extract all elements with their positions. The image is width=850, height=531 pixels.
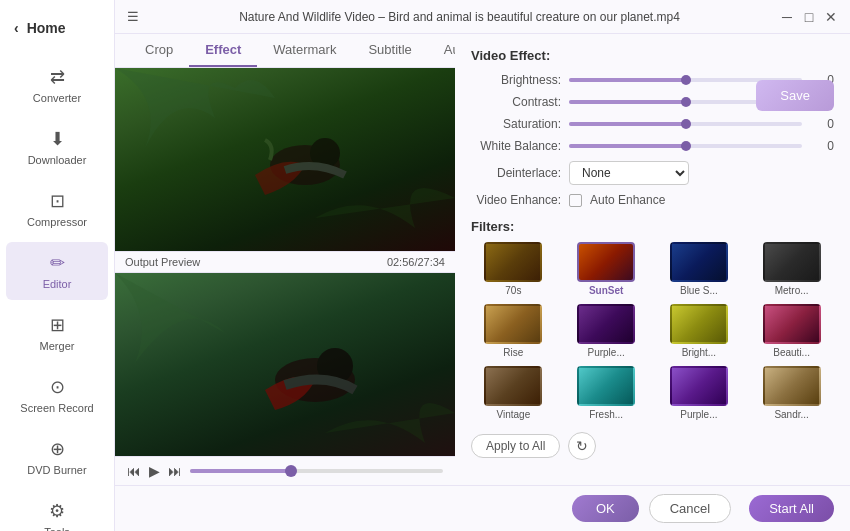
hamburger-icon[interactable]: ☰ [127, 9, 139, 24]
contrast-fill [569, 100, 686, 104]
filter-70s[interactable]: 70s [471, 242, 556, 296]
apply-to-all-button[interactable]: Apply to All [471, 434, 560, 458]
filter-rise-label: Rise [503, 347, 523, 358]
close-button[interactable]: ✕ [824, 10, 838, 24]
minimize-button[interactable]: ─ [780, 10, 794, 24]
play-button[interactable]: ▶ [149, 463, 160, 479]
tab-crop[interactable]: Crop [129, 34, 189, 67]
filter-fresh-thumb [577, 366, 635, 406]
contrast-thumb[interactable] [681, 97, 691, 107]
sidebar-item-label: Merger [40, 340, 75, 352]
deinterlace-label: Deinterlace: [471, 166, 561, 180]
bird-video-top-visual [115, 68, 455, 251]
start-all-button[interactable]: Start All [749, 495, 834, 522]
hamburger-area: ☰ [127, 9, 139, 24]
filter-sandr-thumb [763, 366, 821, 406]
cancel-button[interactable]: Cancel [649, 494, 731, 523]
tab-watermark[interactable]: Watermark [257, 34, 352, 67]
refresh-button[interactable]: ↻ [568, 432, 596, 460]
maximize-button[interactable]: □ [802, 10, 816, 24]
brightness-thumb[interactable] [681, 75, 691, 85]
filter-70s-thumb [484, 242, 542, 282]
filter-bright-thumb [670, 304, 728, 344]
bird-video-bottom-visual [115, 273, 455, 456]
sidebar-item-downloader[interactable]: ⬇ Downloader [6, 118, 108, 176]
filter-purple-label: Purple... [588, 347, 625, 358]
filter-sunset-label: SunSet [589, 285, 623, 296]
sidebar-home[interactable]: ‹ Home [0, 10, 114, 46]
save-button[interactable]: Save [756, 80, 834, 111]
progress-fill [190, 469, 291, 473]
filter-sandr[interactable]: Sandr... [749, 366, 834, 420]
timecode: 02:56/27:34 [387, 256, 445, 268]
auto-enhance-text: Auto Enhance [590, 193, 665, 207]
merger-icon: ⊞ [50, 314, 65, 336]
filter-beauti[interactable]: Beauti... [749, 304, 834, 358]
auto-enhance-checkbox[interactable] [569, 194, 582, 207]
filter-purple2[interactable]: Purple... [657, 366, 742, 420]
video-top [115, 68, 455, 251]
deinterlace-select[interactable]: None Low Medium High [569, 161, 689, 185]
filter-beauti-label: Beauti... [773, 347, 810, 358]
filter-blues-thumb [670, 242, 728, 282]
sidebar-item-tools[interactable]: ⚙ Tools [6, 490, 108, 531]
window-title: Nature And Wildlife Video – Bird and ani… [139, 10, 780, 24]
progress-track[interactable] [190, 469, 443, 473]
filter-70s-label: 70s [505, 285, 521, 296]
white-balance-thumb[interactable] [681, 141, 691, 151]
video-enhance-label: Video Enhance: [471, 193, 561, 207]
saturation-fill [569, 122, 686, 126]
filter-vintage-thumb [484, 366, 542, 406]
skip-back-button[interactable]: ⏮ [127, 463, 141, 479]
filter-fresh[interactable]: Fresh... [564, 366, 649, 420]
sidebar-item-merger[interactable]: ⊞ Merger [6, 304, 108, 362]
filter-bright[interactable]: Bright... [657, 304, 742, 358]
saturation-thumb[interactable] [681, 119, 691, 129]
filter-purple-thumb [577, 304, 635, 344]
sidebar-item-label: Editor [43, 278, 72, 290]
filter-vintage[interactable]: Vintage [471, 366, 556, 420]
filter-metro[interactable]: Metro... [749, 242, 834, 296]
filter-rise-thumb [484, 304, 542, 344]
filter-beauti-thumb [763, 304, 821, 344]
sidebar-item-screen-record[interactable]: ⊙ Screen Record [6, 366, 108, 424]
tab-subtitle[interactable]: Subtitle [352, 34, 427, 67]
sidebar-item-compressor[interactable]: ⊡ Compressor [6, 180, 108, 238]
white-balance-value: 0 [810, 139, 834, 153]
skip-forward-button[interactable]: ⏭ [168, 463, 182, 479]
ok-button[interactable]: OK [572, 495, 639, 522]
apply-row: Apply to All ↻ [471, 432, 834, 460]
filter-sunset-thumb [577, 242, 635, 282]
filter-purple2-thumb [670, 366, 728, 406]
sidebar-item-dvd-burner[interactable]: ⊕ DVD Burner [6, 428, 108, 486]
filter-rise[interactable]: Rise [471, 304, 556, 358]
converter-icon: ⇄ [50, 66, 65, 88]
video-enhance-row: Video Enhance: Auto Enhance [471, 193, 834, 207]
progress-thumb[interactable] [285, 465, 297, 477]
white-balance-slider[interactable] [569, 144, 802, 148]
home-label: Home [27, 20, 66, 36]
saturation-slider[interactable] [569, 122, 802, 126]
sidebar-item-editor[interactable]: ✏ Editor [6, 242, 108, 300]
sidebar-item-label: Compressor [27, 216, 87, 228]
brightness-fill [569, 78, 686, 82]
filter-purple[interactable]: Purple... [564, 304, 649, 358]
contrast-label: Contrast: [471, 95, 561, 109]
deinterlace-row: Deinterlace: None Low Medium High [471, 161, 834, 185]
filter-vintage-label: Vintage [497, 409, 531, 420]
white-balance-fill [569, 144, 686, 148]
screen-record-icon: ⊙ [50, 376, 65, 398]
tools-icon: ⚙ [49, 500, 65, 522]
sidebar-item-label: Downloader [28, 154, 87, 166]
sidebar-item-label: Screen Record [20, 402, 93, 414]
tab-bar: Crop Effect Watermark Subtitle Audio Spe… [115, 34, 455, 68]
sidebar-item-converter[interactable]: ⇄ Converter [6, 56, 108, 114]
video-effect-label: Video Effect: [471, 48, 834, 63]
tab-effect[interactable]: Effect [189, 34, 257, 67]
video-panels: Crop Effect Watermark Subtitle Audio Spe… [115, 34, 455, 485]
saturation-value: 0 [810, 117, 834, 131]
filter-blues[interactable]: Blue S... [657, 242, 742, 296]
filter-fresh-label: Fresh... [589, 409, 623, 420]
filter-sunset[interactable]: SunSet [564, 242, 649, 296]
saturation-label: Saturation: [471, 117, 561, 131]
